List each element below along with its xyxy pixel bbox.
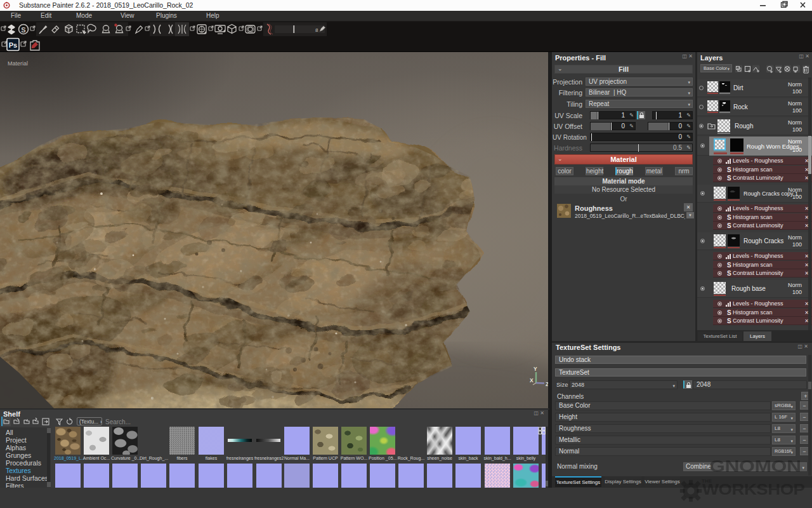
svg-text:8: 8 [315, 27, 318, 33]
svg-text:Y: Y [534, 366, 537, 372]
svg-text:X: X [530, 377, 534, 384]
svg-text:Ps: Ps [9, 41, 17, 49]
svg-text:S: S [21, 26, 25, 34]
